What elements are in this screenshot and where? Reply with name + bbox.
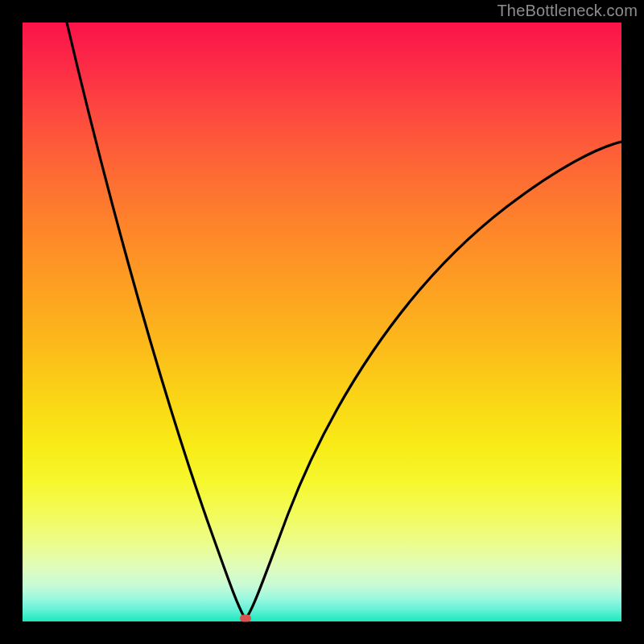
bottleneck-curve [23, 23, 621, 621]
minimum-marker [240, 615, 251, 622]
watermark-text: TheBottleneck.com [497, 2, 638, 20]
chart-frame: TheBottleneck.com [0, 0, 644, 644]
plot-area [23, 23, 621, 621]
